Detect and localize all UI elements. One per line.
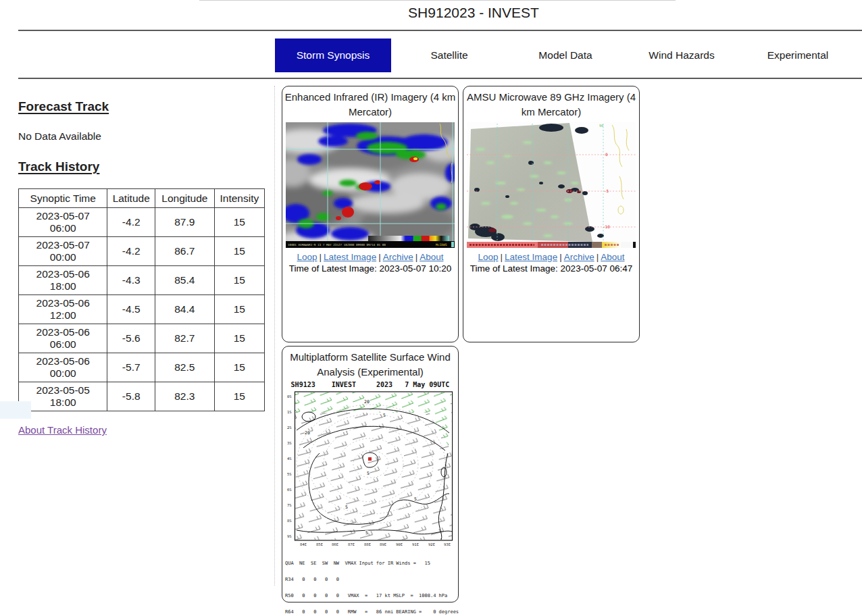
ir-satellite-image[interactable]: 10001 HIMAWARI-9 13 7 MAY 23127 102000 0… xyxy=(286,122,455,248)
sidebar: Forecast Track No Data Available Track H… xyxy=(18,99,265,436)
ir-links: Loop|Latest Image|Archive|About xyxy=(282,252,458,262)
svg-text:9S: 9S xyxy=(287,534,292,538)
page-title: SH912023 - INVEST xyxy=(85,5,862,21)
ir-image-footer-text: 10001 HIMAWARI-9 13 7 MAY 23127 102000 0… xyxy=(288,243,386,247)
panel-enhanced-ir: Enhanced Infrared (IR) Imagery (4 km Mer… xyxy=(282,86,459,342)
col-longitude: Longitude xyxy=(155,189,214,208)
tab-satellite[interactable]: Satellite xyxy=(391,38,507,72)
col-intensity: Intensity xyxy=(214,189,264,208)
no-data-text: No Data Available xyxy=(18,130,265,143)
cell-lat: -4.5 xyxy=(107,295,155,324)
cell-lat: -4.2 xyxy=(107,208,155,237)
separator: | xyxy=(597,252,599,262)
loop-link[interactable]: Loop xyxy=(297,252,318,262)
amsu-links: Loop|Latest Image|Archive|About xyxy=(463,252,639,262)
table-row: 2023-05-06 18:00 -4.3 85.4 15 xyxy=(19,266,265,295)
svg-text:84E: 84E xyxy=(300,542,307,546)
separator: | xyxy=(559,252,562,262)
cell-lon: 82.3 xyxy=(155,382,214,411)
left-edge-artifact xyxy=(0,401,31,419)
svg-text:89E: 89E xyxy=(380,542,386,546)
tab-experimental[interactable]: Experimental xyxy=(740,38,856,72)
svg-text:92E: 92E xyxy=(428,542,435,546)
svg-text:3S: 3S xyxy=(287,441,292,445)
track-history-heading: Track History xyxy=(18,159,265,174)
svg-text:93E: 93E xyxy=(444,542,451,546)
cell-lon: 85.4 xyxy=(155,266,214,295)
forecast-track-heading: Forecast Track xyxy=(18,99,265,114)
svg-text:8S: 8S xyxy=(287,519,292,523)
col-latitude: Latitude xyxy=(107,189,155,208)
cell-time: 2023-05-05 18:00 xyxy=(19,382,107,411)
cell-time: 2023-05-07 06:00 xyxy=(19,208,107,237)
stats-line: QUA NE SE SW NW VMAX Input for IR Winds … xyxy=(285,561,458,566)
tab-wind-hazards[interactable]: Wind Hazards xyxy=(624,38,740,72)
about-link[interactable]: About xyxy=(601,252,624,262)
archive-link[interactable]: Archive xyxy=(383,252,413,262)
archive-link[interactable]: Archive xyxy=(564,252,594,262)
wind-analysis-image[interactable]: 20 5 20 5 5 5 5 0S 1S 2S 3S 4S 5S 6S 7S … xyxy=(286,391,455,549)
about-link[interactable]: About xyxy=(420,252,443,262)
svg-text:1S: 1S xyxy=(287,410,292,414)
nav-rule xyxy=(18,78,862,79)
svg-text:5: 5 xyxy=(383,413,386,418)
latest-image-link[interactable]: Latest Image xyxy=(505,252,557,262)
tab-storm-synopsis[interactable]: Storm Synopsis xyxy=(275,38,391,72)
svg-text:85E: 85E xyxy=(316,542,323,546)
top-divider xyxy=(199,0,676,1)
cell-time: 2023-05-06 12:00 xyxy=(19,295,107,324)
nav-tabs: Storm Synopsis Satellite Model Data Wind… xyxy=(275,38,856,72)
track-history-table: Synoptic Time Latitude Longitude Intensi… xyxy=(18,188,265,411)
panel-title: AMSU Microwave 89 GHz Imagery (4 km Merc… xyxy=(463,90,639,120)
tab-model-data[interactable]: Model Data xyxy=(507,38,624,72)
cell-time: 2023-05-07 00:00 xyxy=(19,237,107,266)
latest-image-link[interactable]: Latest Image xyxy=(324,252,376,262)
storm-center-marker xyxy=(368,457,372,461)
cell-lat: -5.8 xyxy=(107,382,155,411)
loop-link[interactable]: Loop xyxy=(478,252,499,262)
header-rule xyxy=(18,30,862,31)
wind-y-axis-labels: 0S 1S 2S 3S 4S 5S 6S 7S 8S 9S xyxy=(287,394,292,538)
column-divider xyxy=(274,86,275,586)
about-track-history-link[interactable]: About Track History xyxy=(18,424,107,436)
table-row: 2023-05-06 00:00 -5.7 82.5 15 xyxy=(19,353,265,382)
svg-text:6S: 6S xyxy=(287,488,292,492)
svg-text:88E: 88E xyxy=(364,542,371,546)
wind-image-header: SH9123 INVEST 2023 7 May 09UTC xyxy=(282,381,458,388)
panel-wind-analysis: Multiplatform Satellite Surface Wind Ana… xyxy=(282,346,459,602)
svg-text:5: 5 xyxy=(345,505,348,510)
amsu-colorbar xyxy=(467,242,636,248)
svg-text:91E: 91E xyxy=(412,542,419,546)
wind-stats-block: QUA NE SE SW NW VMAX Input for IR Winds … xyxy=(285,550,458,616)
cell-int: 15 xyxy=(214,324,264,353)
table-row: 2023-05-07 06:00 -4.2 87.9 15 xyxy=(19,208,265,237)
cell-lon: 82.5 xyxy=(155,353,214,382)
amsu-satellite-image[interactable]: 0 -5 -10 90 xyxy=(467,122,636,248)
cell-time: 2023-05-06 00:00 xyxy=(19,353,107,382)
separator: | xyxy=(415,252,418,262)
svg-text:4S: 4S xyxy=(287,457,292,461)
table-row: 2023-05-06 06:00 -5.6 82.7 15 xyxy=(19,324,265,353)
wind-barbs-field xyxy=(295,392,452,540)
panel-title: Multiplatform Satellite Surface Wind Ana… xyxy=(282,350,458,380)
svg-text:-5: -5 xyxy=(604,188,609,193)
cell-int: 15 xyxy=(214,295,264,324)
svg-text:7S: 7S xyxy=(287,503,292,507)
svg-text:87E: 87E xyxy=(348,542,355,546)
table-row: 2023-05-07 00:00 -4.2 86.7 15 xyxy=(19,237,265,266)
svg-text:0: 0 xyxy=(605,152,608,157)
ir-caption: Time of Latest Image: 2023-05-07 10:20 xyxy=(282,263,458,274)
svg-text:90E: 90E xyxy=(396,542,403,546)
svg-text:5: 5 xyxy=(365,530,368,536)
svg-text:86E: 86E xyxy=(332,542,338,546)
cell-int: 15 xyxy=(214,266,264,295)
svg-text:20: 20 xyxy=(364,399,370,405)
ir-footer-brand: McIDAS xyxy=(436,243,447,247)
cell-int: 15 xyxy=(214,353,264,382)
cell-int: 15 xyxy=(214,237,264,266)
table-row: 2023-05-06 12:00 -4.5 84.4 15 xyxy=(19,295,265,324)
cell-int: 15 xyxy=(214,208,264,237)
ir-colorbar xyxy=(368,236,449,241)
amsu-caption: Time of Latest Image: 2023-05-07 06:47 xyxy=(463,263,639,274)
svg-text:5: 5 xyxy=(414,496,417,502)
